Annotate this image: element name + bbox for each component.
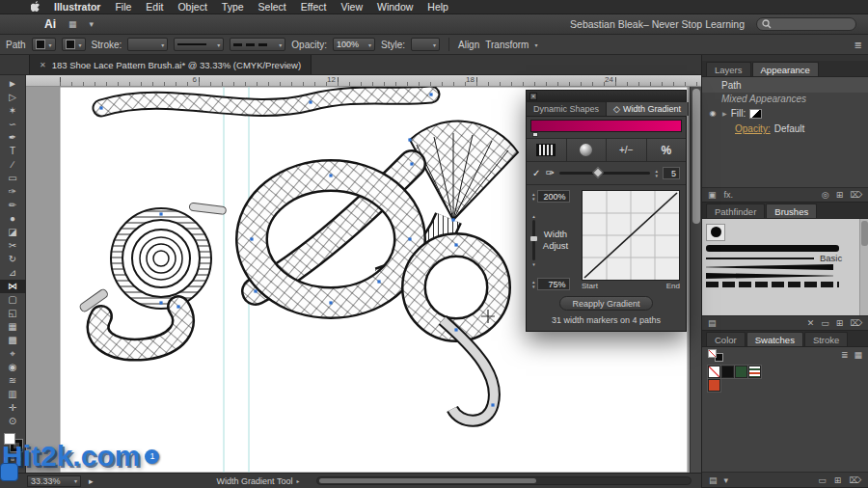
brushes-scrollbar-thumb[interactable] — [861, 221, 868, 246]
tab-swatches[interactable]: Swatches — [746, 332, 803, 346]
brush-item-taper-left[interactable] — [706, 273, 833, 279]
vertical-scrollbar[interactable] — [690, 87, 701, 473]
menu-item[interactable]: Edit — [146, 1, 163, 13]
stepper-down-icon[interactable]: ▾ — [532, 285, 535, 289]
selection-tool[interactable]: ► — [0, 77, 26, 91]
brush-size-slider[interactable] — [559, 172, 651, 175]
brush-size-field[interactable]: 5 — [663, 167, 680, 179]
slider-thumb[interactable] — [530, 236, 537, 241]
fill-stroke-indicator[interactable] — [708, 349, 723, 362]
variable-width-dropdown[interactable]: ▾ — [230, 38, 285, 51]
remove-brush-stroke-icon[interactable]: ✕ — [807, 318, 815, 328]
slider-down-icon[interactable]: ▾ — [532, 261, 535, 267]
stepper-down-icon[interactable]: ▾ — [532, 197, 535, 202]
min-percent-box[interactable]: ▴▾ 75% — [532, 278, 570, 290]
blend-tool[interactable]: ◉ — [0, 361, 26, 374]
eyedropper-tool[interactable]: ⌖ — [0, 347, 26, 361]
line-segment-tool[interactable]: ∕ — [0, 158, 26, 172]
gradient-tool[interactable]: ▩ — [0, 334, 26, 347]
menu-item[interactable]: Object — [177, 1, 206, 13]
workspace-chevron-icon[interactable]: ▾ — [90, 19, 95, 29]
brush-item-taper-right[interactable] — [706, 264, 833, 270]
brush-definition-dropdown[interactable]: ▾ — [174, 38, 224, 51]
min-percent-field[interactable]: 75% — [537, 278, 570, 290]
panel-titlebar[interactable]: ✕ — [527, 91, 686, 102]
pen-tool[interactable]: ✒ — [0, 131, 26, 145]
tab-pathfinder[interactable]: Pathfinder — [706, 203, 765, 218]
visibility-icon[interactable]: ◉ — [707, 109, 719, 118]
basic-brush-label[interactable]: Basic — [820, 253, 842, 263]
transform-chevron-icon[interactable]: ▾ — [534, 41, 537, 48]
magic-wand-tool[interactable]: ✶ — [0, 104, 26, 118]
hand-tool[interactable]: ✛ — [0, 401, 26, 415]
type-tool[interactable]: T — [0, 145, 26, 158]
tab-dynamic-shapes[interactable]: Dynamic Shapes — [527, 102, 607, 116]
free-transform-tool[interactable]: ▢ — [0, 293, 26, 307]
paintbrush-tool[interactable]: ✑ — [0, 185, 26, 199]
blob-brush-tool[interactable]: ● — [0, 212, 26, 226]
tab-brushes[interactable]: Brushes — [766, 203, 817, 218]
brush-options-icon[interactable]: ▭ — [821, 318, 829, 328]
add-new-stroke-icon[interactable]: ▣ — [708, 190, 717, 200]
menu-item[interactable]: View — [340, 1, 363, 13]
menu-item[interactable]: Select — [258, 1, 286, 13]
max-percent-field[interactable]: 200% — [537, 190, 570, 203]
brush-item-segmented[interactable] — [706, 282, 839, 287]
horizontal-scrollbar[interactable] — [316, 476, 692, 485]
brush-size-stepper[interactable]: ▴▾ — [655, 169, 658, 178]
arrange-documents-icon[interactable]: ▦ — [68, 19, 77, 29]
fill-proxy[interactable] — [708, 349, 717, 358]
opacity-link[interactable]: Opacity: — [735, 123, 771, 134]
menu-item[interactable]: Effect — [301, 1, 327, 13]
column-graph-tool[interactable]: ▥ — [0, 388, 26, 401]
search-input[interactable] — [775, 18, 851, 30]
delete-swatch-icon[interactable]: ⌦ — [849, 475, 861, 485]
panel-close-icon[interactable]: ✕ — [529, 93, 537, 100]
add-effect-icon[interactable]: fx. — [724, 190, 734, 200]
swatch-red[interactable] — [708, 379, 720, 392]
width-curve-editor[interactable] — [582, 190, 680, 281]
lasso-tool[interactable]: ∽ — [0, 118, 26, 131]
search-box[interactable] — [756, 17, 856, 31]
horizontal-scrollbar-thumb[interactable] — [319, 478, 535, 483]
fill-swatch[interactable] — [749, 109, 762, 119]
min-percent-stepper[interactable]: ▴▾ — [532, 280, 535, 289]
mesh-tool[interactable]: ▦ — [0, 320, 26, 334]
reapply-gradient-button[interactable]: Reapply Gradient — [559, 296, 652, 311]
slider-up-icon[interactable]: ▴ — [532, 213, 535, 219]
draw-mode-buttons[interactable] — [4, 457, 21, 461]
new-brush-icon[interactable]: ⊞ — [836, 318, 844, 328]
menu-item[interactable]: Illustrator — [54, 1, 100, 13]
panel-menu-icon[interactable]: ≣ — [854, 40, 862, 50]
add-remove-button[interactable]: +/− — [607, 139, 647, 161]
grid-view-icon[interactable]: ▦ — [854, 350, 862, 360]
new-swatch-icon[interactable]: ⊞ — [834, 475, 842, 485]
width-tool[interactable]: ⋈ — [0, 280, 26, 293]
slider-thumb[interactable] — [592, 167, 603, 177]
shape-builder-tool[interactable]: ◱ — [0, 307, 26, 320]
opacity-dropdown[interactable]: 100%▾ — [333, 38, 375, 51]
zoom-tool[interactable]: ⊙ — [0, 415, 26, 428]
rectangle-tool[interactable]: ▭ — [0, 172, 26, 185]
brushes-scrollbar[interactable] — [859, 219, 868, 315]
gradient-ramp[interactable] — [530, 120, 682, 132]
new-color-group-icon[interactable]: ▭ — [818, 475, 827, 485]
width-adjust-slider[interactable]: ▴ ▾ — [532, 213, 535, 267]
clear-appearance-icon[interactable]: ◎ — [822, 190, 829, 200]
style-dropdown[interactable]: ▾ — [411, 38, 440, 51]
document-tab[interactable]: ✕ 183 Shoe Lace Pattern Brush.ai* @ 33.3… — [29, 55, 312, 74]
tab-stroke[interactable]: Stroke — [804, 332, 848, 346]
swatch-none[interactable] — [708, 366, 720, 378]
slider-track[interactable] — [532, 220, 535, 260]
disclosure-icon[interactable]: ▶ — [722, 110, 727, 117]
stepper-down-icon[interactable]: ▾ — [655, 174, 658, 178]
transform-button[interactable]: Transform — [485, 40, 529, 50]
status-tool-display[interactable]: Width Gradient Tool ▸ — [217, 476, 300, 486]
tab-appearance[interactable]: Appearance — [752, 62, 819, 76]
fill-color-dropdown[interactable]: ▾ — [32, 38, 56, 51]
menu-item[interactable]: Help — [427, 1, 448, 13]
menu-item[interactable]: Type — [222, 1, 244, 13]
duplicate-item-icon[interactable]: ⊞ — [836, 190, 844, 200]
eraser-tool[interactable]: ◪ — [0, 226, 26, 239]
tab-color[interactable]: Color — [706, 332, 746, 346]
